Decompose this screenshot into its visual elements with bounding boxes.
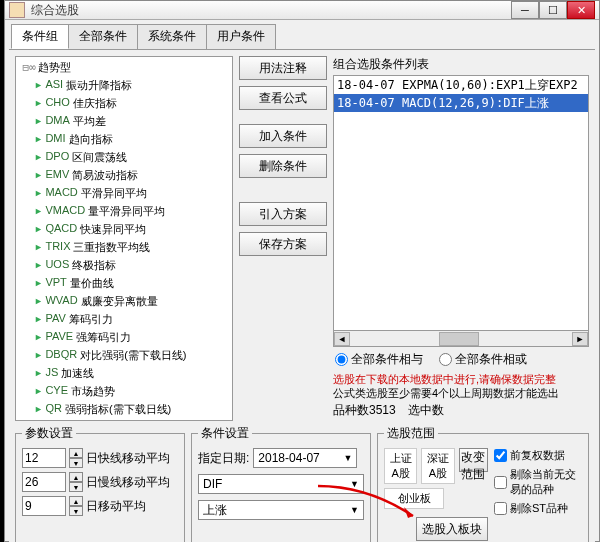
tree-item[interactable]: VPT量价曲线 <box>34 274 230 292</box>
spinner[interactable]: ▲▼ <box>69 472 83 492</box>
condition-listbox[interactable]: 18-04-07 EXPMA(10,60):EXP1上穿EXP2 18-04-0… <box>333 75 589 331</box>
tree-item[interactable]: DMI趋向指标 <box>34 130 230 148</box>
radio-and[interactable]: 全部条件相与 <box>335 351 423 368</box>
spinner[interactable]: ▲▼ <box>69 496 83 516</box>
tree-item[interactable]: MACD平滑异同平均 <box>34 184 230 202</box>
date-label: 指定日期: <box>198 450 249 467</box>
tree-item[interactable]: DMA平均差 <box>34 112 230 130</box>
param-label: 日慢线移动平均 <box>86 474 170 491</box>
count-row: 品种数3513 选中数 <box>333 400 589 421</box>
indicator-combo[interactable]: DIF▼ <box>198 474 364 494</box>
add-to-block-button[interactable]: 选股入板块 <box>416 517 488 541</box>
tree-item[interactable]: CYE市场趋势 <box>34 382 230 400</box>
scope-legend: 选股范围 <box>384 425 438 442</box>
condition-fieldset: 条件设置 指定日期: 2018-04-07▼ DIF▼ 上涨▼ <box>191 425 371 542</box>
delete-condition-button[interactable]: 删除条件 <box>239 154 327 178</box>
window-title: 综合选股 <box>31 2 511 19</box>
tab-system-conditions[interactable]: 系统条件 <box>137 24 207 49</box>
scope-item[interactable]: 深证A股 <box>421 448 454 484</box>
check-preadjust[interactable]: 前复权数据 <box>494 448 582 463</box>
condition-list-label: 组合选股条件列表 <box>333 56 589 73</box>
titlebar: 综合选股 ─ ☐ ✕ <box>5 1 599 20</box>
chevron-down-icon: ▼ <box>343 453 352 463</box>
scope-item[interactable]: 上证A股 <box>384 448 417 484</box>
scope-fieldset: 选股范围 上证A股 深证A股 改变范围 创业板 <box>377 425 589 542</box>
app-icon <box>9 2 25 18</box>
view-formula-button[interactable]: 查看公式 <box>239 86 327 110</box>
direction-combo[interactable]: 上涨▼ <box>198 500 364 520</box>
tree-item[interactable]: QACD快速异同平均 <box>34 220 230 238</box>
add-condition-button[interactable]: 加入条件 <box>239 124 327 148</box>
minimize-button[interactable]: ─ <box>511 1 539 19</box>
param-label: 日移动平均 <box>86 498 146 515</box>
tree-root-node[interactable]: ⊟∞ 趋势型 <box>20 59 230 76</box>
date-picker[interactable]: 2018-04-07▼ <box>253 448 357 468</box>
scroll-left-icon[interactable]: ◄ <box>334 332 350 346</box>
check-exclude-st[interactable]: 剔除ST品种 <box>494 501 582 516</box>
scroll-thumb[interactable] <box>439 332 479 346</box>
scroll-right-icon[interactable]: ► <box>572 332 588 346</box>
warning-text: 选股在下载的本地数据中进行,请确保数据完整 <box>333 372 589 386</box>
tab-user-conditions[interactable]: 用户条件 <box>206 24 276 49</box>
logic-radio-group: 全部条件相与 全部条件相或 <box>333 347 589 372</box>
usage-button[interactable]: 用法注释 <box>239 56 327 80</box>
content-area: ⊟∞ 趋势型 ASI振动升降指标CHO佳庆指标DMA平均差DMI趋向指标DPO区… <box>9 49 595 542</box>
scope-item[interactable]: 创业板 <box>384 488 444 509</box>
change-scope-button[interactable]: 改变范围 <box>459 448 488 472</box>
tree-item[interactable]: ASI振动升降指标 <box>34 76 230 94</box>
maximize-button[interactable]: ☐ <box>539 1 567 19</box>
right-panel: 组合选股条件列表 18-04-07 EXPMA(10,60):EXP1上穿EXP… <box>333 56 589 421</box>
spinner[interactable]: ▲▼ <box>69 448 83 468</box>
tree-item[interactable]: WVAD威廉变异离散量 <box>34 292 230 310</box>
tree-item[interactable]: VMACD量平滑异同平均 <box>34 202 230 220</box>
tree-item[interactable]: PAV筹码引力 <box>34 310 230 328</box>
chevron-down-icon: ▼ <box>350 505 359 515</box>
param-legend: 参数设置 <box>22 425 76 442</box>
tree-item[interactable]: JS加速线 <box>34 364 230 382</box>
param-input[interactable] <box>22 496 66 516</box>
close-button[interactable]: ✕ <box>567 1 595 19</box>
tree-item[interactable]: TRIX三重指数平均线 <box>34 238 230 256</box>
tree-item[interactable]: EMV简易波动指标 <box>34 166 230 184</box>
radio-or[interactable]: 全部条件相或 <box>439 351 527 368</box>
tree-item[interactable]: DBQR对比强弱(需下载日线) <box>34 346 230 364</box>
chevron-down-icon: ▼ <box>350 479 359 489</box>
tab-all-conditions[interactable]: 全部条件 <box>68 24 138 49</box>
indicator-tree[interactable]: ⊟∞ 趋势型 ASI振动升降指标CHO佳庆指标DMA平均差DMI趋向指标DPO区… <box>15 56 233 421</box>
tree-item[interactable]: UOS终极指标 <box>34 256 230 274</box>
check-exclude-notrading[interactable]: 剔除当前无交易的品种 <box>494 467 582 497</box>
save-plan-button[interactable]: 保存方案 <box>239 232 327 256</box>
import-plan-button[interactable]: 引入方案 <box>239 202 327 226</box>
tree-item[interactable]: QR强弱指标(需下载日线) <box>34 400 230 418</box>
main-window: 综合选股 ─ ☐ ✕ 条件组 全部条件 系统条件 用户条件 ⊟∞ 趋势型 ASI… <box>4 0 600 542</box>
action-button-column: 用法注释 查看公式 加入条件 删除条件 引入方案 保存方案 <box>239 56 327 421</box>
condition-row[interactable]: 18-04-07 MACD(12,26,9):DIF上涨 <box>334 94 588 112</box>
horizontal-scrollbar[interactable]: ◄ ► <box>333 331 589 347</box>
tree-item[interactable]: DPO区间震荡线 <box>34 148 230 166</box>
tab-bar: 条件组 全部条件 系统条件 用户条件 <box>5 20 599 49</box>
param-input[interactable] <box>22 448 66 468</box>
tab-condition-group[interactable]: 条件组 <box>11 24 69 49</box>
condition-legend: 条件设置 <box>198 425 252 442</box>
tree-item[interactable]: CHO佳庆指标 <box>34 94 230 112</box>
param-input[interactable] <box>22 472 66 492</box>
param-label: 日快线移动平均 <box>86 450 170 467</box>
param-fieldset: 参数设置 ▲▼日快线移动平均▲▼日慢线移动平均▲▼日移动平均 <box>15 425 185 542</box>
tree-item[interactable]: PAVE强筹码引力 <box>34 328 230 346</box>
formula-note: 公式类选股至少需要4个以上周期数据才能选出 <box>333 386 589 400</box>
condition-row[interactable]: 18-04-07 EXPMA(10,60):EXP1上穿EXP2 <box>334 76 588 94</box>
